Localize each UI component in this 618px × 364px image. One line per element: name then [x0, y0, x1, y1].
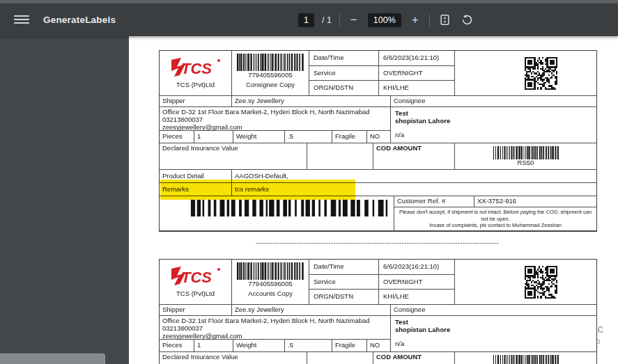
rotate-ccw-icon	[461, 14, 473, 26]
customer-ref-label: Customer Ref. #	[394, 196, 474, 207]
footer-barcode-cell	[160, 196, 394, 230]
tcs-logo-cell: TCS TCS (Pvt)Ltd	[160, 51, 232, 95]
customer-ref-value: XX-3752-916	[474, 196, 596, 207]
shipper-name: Zee.sy Jewellery	[232, 96, 391, 106]
qr-cell	[455, 51, 596, 95]
shipment-info-table: Date/Time 6/6/2023(16:21:10) Service OVE…	[309, 51, 455, 95]
shipping-label: TCS TCS (Pvt)Ltd 779405596005 Consignee …	[159, 50, 597, 232]
cod-barcode	[493, 355, 559, 364]
shipper-label: Shipper	[160, 96, 232, 106]
company-name: TCS (Pvt)Ltd	[176, 81, 215, 89]
svg-text:TCS: TCS	[181, 269, 212, 286]
notice-line: Please don't accept, if shipment is not …	[399, 209, 592, 223]
copy-type: Accounts Copy	[248, 290, 293, 298]
product-detail-label: Product Detail	[160, 170, 232, 182]
info-value: 6/6/2023(16:21:10)	[379, 260, 454, 274]
tracking-barcode-cell: 779405596005 Accounts Copy	[232, 260, 309, 304]
insurance-label: Declared Insurance Value	[160, 352, 307, 364]
tracking-barcode-cell: 779405596005 Consignee Copy	[232, 51, 309, 95]
label-separator-dashes: ----------------------------------------…	[159, 239, 596, 246]
zoom-out-button[interactable]: −	[348, 13, 360, 27]
info-label: ORGN/DSTN	[309, 81, 379, 95]
page-number-input[interactable]: 1	[298, 13, 314, 27]
table-row: Service OVERNIGHT	[309, 66, 454, 81]
tracking-barcode	[236, 262, 304, 280]
browser-status-tooltip	[0, 354, 105, 364]
pieces-value: 1	[194, 340, 233, 351]
cod-barcode-cell: RS50	[455, 352, 596, 364]
weight-value: .5	[285, 340, 332, 351]
pieces-label: Pieces	[160, 340, 194, 351]
pdf-page: ----------------------------------------…	[129, 36, 618, 364]
fragile-label: Fragile	[332, 340, 367, 351]
consignee-cell: Test shopistan Lahore n/a	[391, 107, 596, 143]
tracking-number: 779405596005	[248, 280, 292, 288]
remarks-label: Remarks	[160, 183, 232, 196]
tracking-barcode	[236, 54, 304, 71]
shipper-address: Office D-32 1st Floor Bara Market-2, Hyd…	[160, 316, 390, 340]
consignee-extra: n/a	[395, 132, 592, 139]
info-label: Date/Time	[309, 51, 379, 65]
hamburger-menu-icon	[14, 15, 29, 17]
weight-label: Weight	[233, 131, 285, 143]
fragile-value: NO	[367, 340, 390, 351]
fit-to-page-button[interactable]	[438, 13, 452, 27]
fragile-value: NO	[367, 131, 390, 143]
pieces-label: Pieces	[160, 131, 194, 143]
qr-code	[525, 266, 557, 299]
notice-line: Incase of complaints, pls contact to Muh…	[399, 222, 592, 229]
consignee-extra: n/a	[395, 340, 592, 348]
cod-amount-label: COD AMOUNT	[373, 352, 455, 364]
zoom-in-button[interactable]: +	[409, 13, 422, 27]
info-value: OVERNIGHT	[379, 66, 454, 81]
table-row: ORGN/DSTN KHI/LHE	[309, 81, 454, 95]
shipment-info-table: Date/Time 6/6/2023(16:21:10) Service OVE…	[309, 260, 455, 304]
toolbar-center-controls: 1 / 1 − 100% +	[298, 3, 474, 36]
notice-line: Ph:03213800037	[399, 229, 592, 230]
shipper-address: Office D-32 1st Floor Bara Market-2, Hyd…	[160, 107, 390, 131]
cod-value: RS50	[518, 159, 534, 167]
info-value: KHI/LHE	[379, 81, 454, 95]
weight-value: .5	[285, 131, 332, 143]
consignee-cell: Test shopistan Lahore n/a	[391, 316, 596, 351]
toolbar-divider	[429, 14, 430, 26]
company-name: TCS (Pvt)Ltd	[176, 290, 215, 298]
pdf-toolbar: GenerateLabels 1 / 1 − 100% +	[0, 3, 618, 36]
svg-text:TCS: TCS	[181, 60, 212, 77]
consignee-destination: shopistan Lahore	[395, 118, 592, 125]
tcs-logo-icon: TCS	[170, 266, 222, 288]
shipper-name: Zee.sy Jewellery	[232, 305, 391, 315]
zoom-level-input[interactable]: 100%	[368, 13, 401, 27]
remarks-value: tcs remarks	[232, 183, 596, 196]
fragile-label: Fragile	[332, 131, 367, 143]
qr-code	[525, 57, 557, 90]
pieces-row: Pieces 1 Weight .5 Fragile NO	[160, 131, 390, 143]
shipper-label: Shipper	[160, 305, 232, 315]
shipping-label: TCS TCS (Pvt)Ltd 779405596005 Accounts C…	[159, 259, 597, 364]
page-total-label: / 1	[322, 15, 332, 25]
pieces-row: Pieces 1 Weight .5 Fragile NO	[160, 340, 390, 351]
cod-notice: Please don't accept, if shipment is not …	[394, 207, 596, 230]
empty-cell	[307, 143, 373, 169]
pdf-viewer: { "toolbar": { "title": "GenerateLabels"…	[0, 0, 618, 364]
table-row: Date/Time 6/6/2023(16:21:10)	[309, 51, 454, 66]
weight-label: Weight	[233, 340, 285, 351]
info-label: Service	[309, 275, 379, 290]
consignee-label: Consignee	[391, 96, 596, 106]
toolbar-divider	[339, 14, 340, 26]
copy-type: Consignee Copy	[246, 81, 295, 89]
info-value: 6/6/2023(16:21:10)	[379, 51, 454, 65]
tcs-logo-cell: TCS TCS (Pvt)Ltd	[160, 260, 232, 304]
cod-amount-label: COD AMOUNT	[373, 143, 455, 169]
tracking-number: 779405596005	[248, 72, 292, 79]
info-value: KHI/LHE	[379, 290, 454, 304]
info-value: OVERNIGHT	[379, 275, 454, 290]
table-row: Service OVERNIGHT	[309, 275, 454, 290]
pieces-value: 1	[194, 131, 233, 143]
empty-cell	[307, 352, 373, 364]
insurance-label: Declared Insurance Value	[160, 143, 307, 169]
tcs-logo-icon: TCS	[170, 57, 222, 79]
menu-button[interactable]	[14, 13, 29, 26]
rotate-button[interactable]	[460, 13, 474, 27]
info-label: ORGN/DSTN	[309, 290, 379, 304]
